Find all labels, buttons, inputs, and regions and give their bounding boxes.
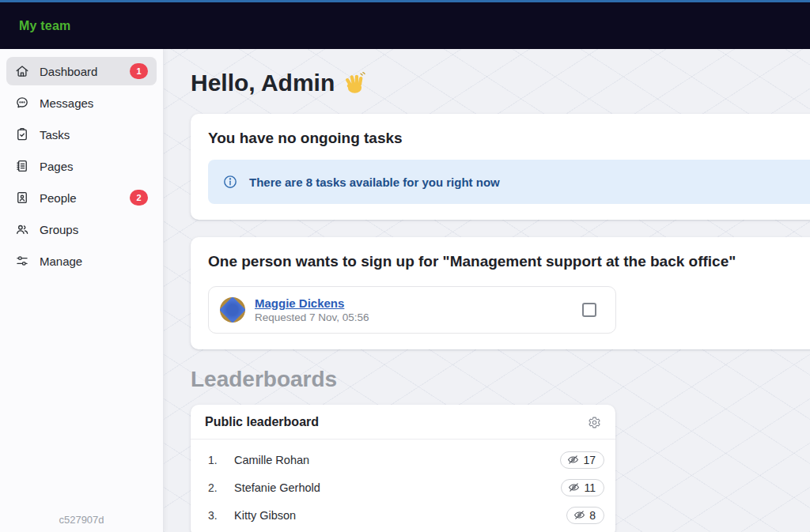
score-value: 8 <box>589 509 596 522</box>
waving-hand-icon <box>343 71 366 95</box>
version-hash: c527907d <box>0 514 163 526</box>
signup-card: One person wants to sign up for "Managem… <box>191 237 810 349</box>
eye-off-icon <box>568 481 580 493</box>
dashboard-badge: 1 <box>130 63 148 79</box>
sidebar-item-label: Groups <box>40 223 78 236</box>
clipboard-check-icon <box>15 127 29 141</box>
id-badge-icon <box>15 191 29 205</box>
sidebar-item-label: Dashboard <box>40 65 97 78</box>
tasks-card-title: You have no ongoing tasks <box>208 130 810 147</box>
leaderboard-row: 2. Stefanie Gerhold 11 <box>191 474 615 501</box>
eye-off-icon <box>573 509 585 521</box>
score-pill[interactable]: 17 <box>560 451 604 469</box>
rank-label: 2. <box>208 481 234 494</box>
page-title: Hello, Admin <box>191 70 810 96</box>
sidebar: Dashboard 1 Messages Tasks Pages P <box>0 49 164 532</box>
score-value: 11 <box>584 481 596 494</box>
top-navbar: My team <box>0 0 810 49</box>
sidebar-item-label: People <box>40 191 77 205</box>
app-brand[interactable]: My team <box>19 19 70 33</box>
sidebar-item-label: Pages <box>40 160 74 173</box>
score-value: 17 <box>583 454 596 466</box>
sidebar-item-label: Messages <box>40 96 93 110</box>
sidebar-item-people[interactable]: People 2 <box>6 183 157 212</box>
greeting-text: Hello, Admin <box>191 70 335 96</box>
main-content: Hello, Admin <box>164 49 810 532</box>
player-name: Camille Rohan <box>234 454 309 466</box>
leaderboard-row: 3. Kitty Gibson 8 <box>191 501 615 529</box>
rank-label: 3. <box>208 509 234 522</box>
leaderboard-rows: 1. Camille Rohan 17 2. Stefanie Gerhold <box>191 440 615 532</box>
info-icon <box>222 174 238 190</box>
requester-name-link[interactable]: Maggie Dickens <box>255 296 369 310</box>
player-name: Stefanie Gerhold <box>234 481 320 494</box>
score-pill[interactable]: 8 <box>566 507 604 524</box>
sliders-icon <box>15 254 29 268</box>
people-badge: 2 <box>130 190 148 206</box>
sidebar-item-label: Manage <box>40 255 82 268</box>
signup-request-row: Maggie Dickens Requested 7 Nov, 05:56 <box>208 286 616 334</box>
tasks-card: You have no ongoing tasks There are 8 ta… <box>191 114 810 220</box>
player-name: Kitty Gibson <box>234 509 296 522</box>
avatar[interactable] <box>220 297 245 323</box>
tasks-info-banner: There are 8 tasks available for you righ… <box>208 160 810 204</box>
chat-icon <box>15 96 29 110</box>
leaderboard-title: Public leaderboard <box>205 415 319 429</box>
public-leaderboard-card: Public leaderboard 1. Camille Rohan 17 <box>191 405 615 532</box>
sidebar-item-manage[interactable]: Manage <box>6 247 157 275</box>
rank-label: 1. <box>208 454 234 466</box>
sidebar-item-dashboard[interactable]: Dashboard 1 <box>6 57 157 85</box>
notebook-icon <box>15 159 29 173</box>
gear-icon[interactable] <box>588 416 601 429</box>
sidebar-item-messages[interactable]: Messages <box>6 89 157 117</box>
signup-card-title: One person wants to sign up for "Managem… <box>208 253 810 270</box>
people-icon <box>15 222 29 236</box>
sidebar-item-groups[interactable]: Groups <box>6 215 157 243</box>
sidebar-item-tasks[interactable]: Tasks <box>6 120 157 149</box>
score-pill[interactable]: 11 <box>561 479 604 496</box>
home-icon <box>15 64 29 78</box>
sidebar-item-label: Tasks <box>40 128 70 141</box>
request-timestamp: Requested 7 Nov, 05:56 <box>255 311 369 323</box>
leaderboard-header: Public leaderboard <box>191 405 615 439</box>
sidebar-item-pages[interactable]: Pages <box>6 152 157 180</box>
leaderboard-row: 1. Camille Rohan 17 <box>191 446 615 474</box>
app-body: Dashboard 1 Messages Tasks Pages P <box>0 49 810 532</box>
leaderboards-section-title: Leaderboards <box>191 367 810 392</box>
request-checkbox[interactable] <box>582 303 596 317</box>
tasks-info-text[interactable]: There are 8 tasks available for you righ… <box>249 175 500 189</box>
eye-off-icon <box>567 454 579 466</box>
